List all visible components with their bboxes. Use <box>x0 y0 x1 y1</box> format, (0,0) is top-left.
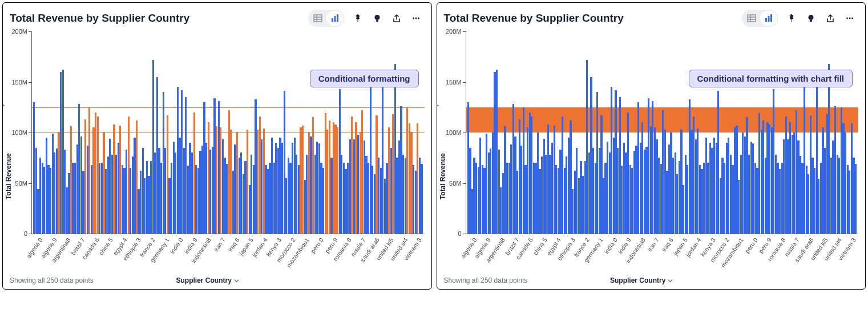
view-toggle <box>742 10 778 27</box>
more-icon <box>845 14 854 23</box>
svg-rect-4 <box>332 18 333 22</box>
ytick-label: 150M <box>11 79 27 86</box>
xtick-label: peru 0 <box>743 236 758 254</box>
svg-point-19 <box>809 15 814 20</box>
pin-icon <box>787 14 796 23</box>
xtick-label: iraq 6 <box>660 236 675 252</box>
insight-button[interactable] <box>802 10 819 27</box>
xtick-label: iran 7 <box>212 236 227 252</box>
table-view-button[interactable] <box>743 11 760 26</box>
chart-panel-right: Total Revenue by Supplier Country <box>437 2 866 290</box>
chevron-down-icon <box>668 278 673 283</box>
lightbulb-icon <box>806 14 815 23</box>
share-icon <box>392 14 401 23</box>
table-icon <box>313 14 322 23</box>
ytick-label: 100M <box>446 129 462 136</box>
insight-button[interactable] <box>369 10 386 27</box>
pin-icon <box>353 14 362 23</box>
chevron-down-icon <box>234 278 239 283</box>
svg-rect-20 <box>810 20 812 22</box>
chart-footer: Showing all 250 data points Supplier Cou… <box>444 274 859 284</box>
panel-header: Total Revenue by Supplier Country <box>444 10 859 27</box>
table-icon <box>747 14 756 23</box>
chart-title: Total Revenue by Supplier Country <box>444 12 624 25</box>
ytick-label: 200M <box>11 28 27 35</box>
xaxis-ticks: algeria 0algeria 9argentina8brazil 7cana… <box>31 234 425 274</box>
ytick-label: 0 <box>458 230 461 237</box>
ytick-label: 50M <box>449 180 461 187</box>
panel-header: Total Revenue by Supplier Country <box>10 10 425 27</box>
lightbulb-icon <box>373 14 382 23</box>
view-toggle <box>308 10 345 27</box>
callout-label: Conditional formatting with chart fill <box>689 70 853 87</box>
chart-footer: Showing all 250 data points Supplier Cou… <box>10 274 425 284</box>
datapoint-count: Showing all 250 data points <box>10 276 94 284</box>
table-view-button[interactable] <box>309 11 326 26</box>
svg-rect-6 <box>337 14 338 22</box>
chart-toolbar <box>742 10 858 27</box>
svg-rect-16 <box>765 18 767 22</box>
svg-point-11 <box>418 18 419 19</box>
ytick-label: 50M <box>15 180 27 187</box>
svg-point-9 <box>413 18 414 19</box>
xaxis-selector[interactable]: Supplier Country <box>176 276 239 284</box>
xtick-label: india 0 <box>168 236 184 255</box>
xaxis-selector[interactable]: Supplier Country <box>610 276 673 284</box>
xtick-label: peru 0 <box>309 236 325 254</box>
chart-plot[interactable]: 050M100M150M200MConditional formatting w… <box>466 31 859 234</box>
ytick-label: 0 <box>24 230 27 237</box>
chart-panel-left: Total Revenue by Supplier Country <box>2 2 432 290</box>
more-button[interactable] <box>841 10 858 27</box>
bar[interactable] <box>855 164 857 234</box>
datapoint-count: Showing all 250 data points <box>444 276 528 284</box>
bar-chart-icon <box>764 14 773 23</box>
ytick-label: 200M <box>446 28 462 35</box>
more-button[interactable] <box>407 10 425 27</box>
xaxis-ticks: algeria 0algeria 9argentina8brazil 7cana… <box>466 234 859 274</box>
share-button[interactable] <box>822 10 839 27</box>
svg-rect-18 <box>770 14 772 22</box>
svg-rect-5 <box>334 16 336 22</box>
more-icon <box>411 14 421 23</box>
svg-point-7 <box>374 15 380 20</box>
callout-label: Conditional formatting <box>310 70 419 87</box>
svg-rect-0 <box>314 15 322 22</box>
bar-chart-icon <box>330 14 340 23</box>
bar[interactable] <box>421 164 422 234</box>
chart-area: Total Revenue ▸ 050M100M150M200MConditio… <box>10 31 425 274</box>
xtick-label: india 0 <box>603 236 619 255</box>
ytick-label: 100M <box>11 129 27 136</box>
pin-button[interactable] <box>349 10 366 27</box>
chart-title: Total Revenue by Supplier Country <box>10 12 189 25</box>
chart-view-button[interactable] <box>760 11 777 26</box>
svg-rect-8 <box>376 20 378 22</box>
chart-area: Total Revenue ▸ 050M100M150M200MConditio… <box>444 31 859 274</box>
chart-plot[interactable]: 050M100M150M200MConditional formatting <box>31 31 425 234</box>
svg-rect-12 <box>748 15 756 22</box>
svg-point-22 <box>849 18 851 19</box>
svg-point-21 <box>846 18 848 19</box>
pin-button[interactable] <box>783 10 800 27</box>
share-icon <box>826 14 835 23</box>
ytick-label: 150M <box>446 79 462 86</box>
svg-rect-17 <box>768 16 770 22</box>
share-button[interactable] <box>388 10 405 27</box>
chart-view-button[interactable] <box>326 11 344 26</box>
svg-point-23 <box>851 18 853 19</box>
chart-toolbar <box>308 10 425 27</box>
yaxis-collapse-icon[interactable]: ▸ <box>437 101 439 107</box>
svg-point-10 <box>415 18 417 19</box>
yaxis-collapse-icon[interactable]: ▸ <box>2 101 5 107</box>
xtick-label: iran 7 <box>646 236 660 252</box>
xtick-label: china 5 <box>98 236 114 256</box>
